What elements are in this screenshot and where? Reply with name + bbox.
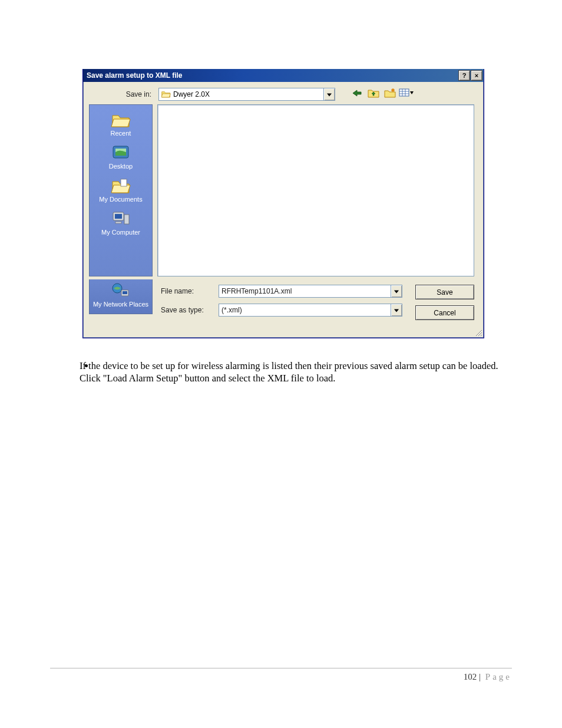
svg-rect-14 xyxy=(124,215,129,224)
svg-line-24 xyxy=(481,335,482,336)
dialog-body: Recent Desktop xyxy=(83,104,484,280)
nav-toolbar xyxy=(351,88,413,101)
place-label: Desktop xyxy=(107,163,135,170)
svg-rect-4 xyxy=(399,89,409,96)
chevron-down-icon xyxy=(394,287,399,295)
places-bar-continued: My Network Places xyxy=(89,279,153,314)
place-desktop[interactable]: Desktop xyxy=(90,144,152,170)
save-in-label: Save in: xyxy=(92,90,155,98)
up-one-level-icon xyxy=(368,88,379,101)
save-as-type-label: Save as type: xyxy=(161,306,214,314)
dialog-bottom: My Network Places File name: RFRHTemp110… xyxy=(83,280,484,328)
save-in-row: Save in: Dwyer 2.0X xyxy=(83,82,484,104)
resize-grip[interactable] xyxy=(83,328,484,338)
help-button[interactable]: ? xyxy=(458,70,470,81)
new-folder-icon xyxy=(384,88,396,101)
computer-icon xyxy=(111,210,131,228)
bullet-item: If the device to be set up for wireless … xyxy=(95,360,506,385)
place-my-documents[interactable]: My Documents xyxy=(90,177,152,203)
desktop-icon xyxy=(111,144,131,162)
up-one-level-button[interactable] xyxy=(367,88,380,101)
svg-rect-15 xyxy=(115,222,121,223)
place-label: Recent xyxy=(108,130,134,137)
dropdown-button[interactable] xyxy=(323,88,335,100)
filename-label: File name: xyxy=(161,287,214,295)
place-label: My Network Places xyxy=(91,301,151,308)
save-in-combo[interactable]: Dwyer 2.0X xyxy=(158,88,335,101)
svg-rect-11 xyxy=(121,179,127,186)
help-icon: ? xyxy=(462,73,467,79)
close-button[interactable]: × xyxy=(471,70,482,81)
filename-combo[interactable]: RFRHTemp1101A.xml xyxy=(219,285,402,298)
footer-sep: | xyxy=(477,672,483,681)
filename-value: RFRHTemp1101A.xml xyxy=(222,287,391,295)
cancel-button[interactable]: Cancel xyxy=(415,305,474,320)
save-in-value: Dwyer 2.0X xyxy=(173,90,323,98)
window-title: Save alarm setup to XML file xyxy=(87,71,458,80)
place-label: My Documents xyxy=(97,196,144,203)
save-as-dialog: Save alarm setup to XML file ? × Save in… xyxy=(82,69,484,338)
places-bar: Recent Desktop xyxy=(89,104,153,276)
svg-rect-18 xyxy=(123,291,127,294)
page-label: Page xyxy=(485,672,512,681)
svg-rect-13 xyxy=(115,214,122,219)
close-icon: × xyxy=(475,73,478,79)
new-folder-button[interactable] xyxy=(384,88,396,101)
place-label: My Computer xyxy=(99,229,143,236)
network-places-icon xyxy=(111,282,131,299)
dropdown-button[interactable] xyxy=(391,304,402,316)
titlebar[interactable]: Save alarm setup to XML file ? × xyxy=(83,69,484,82)
save-button-label: Save xyxy=(437,288,452,297)
place-my-network-places[interactable]: My Network Places xyxy=(90,282,152,308)
window-controls: ? × xyxy=(458,70,482,81)
back-icon xyxy=(352,89,362,100)
save-as-type-value: (*.xml) xyxy=(222,306,391,314)
folder-icon xyxy=(111,111,131,129)
document-page: Save alarm setup to XML file ? × Save in… xyxy=(0,0,562,728)
save-button[interactable]: Save xyxy=(415,285,474,299)
back-button[interactable] xyxy=(351,88,363,101)
bullet-text: If the device to be set up for wireless … xyxy=(80,360,506,385)
page-footer: 102 | Page xyxy=(50,668,512,682)
resize-grip-icon xyxy=(474,328,482,337)
filename-grid: File name: RFRHTemp1101A.xml Save as typ… xyxy=(157,285,402,317)
views-button[interactable] xyxy=(400,88,413,101)
action-buttons: Save Cancel xyxy=(407,285,474,320)
page-number: 102 xyxy=(464,672,477,681)
place-recent[interactable]: Recent xyxy=(90,111,152,137)
dropdown-button[interactable] xyxy=(391,285,402,297)
cancel-button-label: Cancel xyxy=(434,309,455,317)
views-icon xyxy=(399,88,414,101)
body-text: If the device to be set up for wireless … xyxy=(68,360,506,385)
chevron-down-icon xyxy=(327,90,332,98)
chevron-down-icon xyxy=(394,306,399,314)
file-list[interactable] xyxy=(157,104,474,276)
save-as-type-combo[interactable]: (*.xml) xyxy=(219,304,402,317)
open-folder-icon xyxy=(161,90,171,98)
documents-folder-icon xyxy=(111,177,131,195)
place-my-computer[interactable]: My Computer xyxy=(90,210,152,236)
